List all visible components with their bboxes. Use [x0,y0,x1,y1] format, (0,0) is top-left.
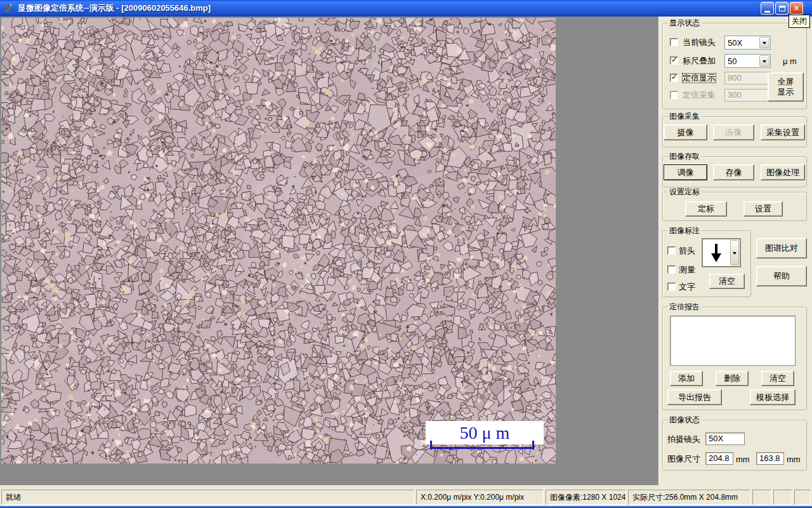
combo-current-lens-value: 50X [728,38,742,48]
workspace: 50 μ m [0,17,658,485]
label-fixed-capture: 定倍采集 [683,91,716,100]
input-fixed-capture: 300 [724,89,771,102]
down-arrow-icon [709,243,723,265]
calibration-settings-button[interactable]: 设置 [743,201,783,217]
minimize-icon [764,11,770,13]
close-tooltip: 关闭 [789,15,810,28]
fullscreen-button-label: 全屏显示 [776,77,796,97]
window-title: 显微图像定倍系统--演示版 - [20090602055646.bmp] [18,3,211,14]
scalebar-overlay: 50 μ m [426,421,544,444]
input-image-height[interactable]: 163.8 [756,452,784,465]
group-calibration: 设置定标 [662,192,807,221]
label-measure: 测量 [679,265,695,274]
label-unit-mm-1: mm [736,455,750,464]
chevron-down-icon [733,252,737,257]
group-display-status-label: 显示状态 [667,18,702,27]
annotation-clear-button[interactable]: 清空 [709,274,745,289]
status-bar: 就绪 X:0.200μ m/pix Y:0.200μ m/pix 图像像素:12… [0,485,812,506]
label-text: 文字 [679,283,695,291]
help-button[interactable]: 帮助 [756,266,807,286]
scalebar-label: 50 μ m [460,423,510,443]
group-calibration-label: 设置定标 [667,187,702,196]
group-image-capture-label: 图像采集 [667,112,702,121]
export-report-button[interactable]: 导出报告 [667,389,722,405]
template-select-button[interactable]: 模板选择 [750,389,796,405]
scalebar-line [430,447,534,449]
scalebar-tick-left [430,441,432,450]
label-current-lens: 当前镜头 [683,38,716,47]
status-spacer-3 [794,490,811,505]
chevron-down-icon [763,60,766,65]
application-window: 显微图像定倍系统--演示版 - [20090602055646.bmp] ✕ 关… [0,0,812,508]
checkbox-fixed-display[interactable] [670,74,678,82]
report-listbox[interactable] [670,316,796,366]
label-ruler-overlay: 标尺叠加 [683,57,716,65]
report-delete-button[interactable]: 删除 [716,371,749,386]
status-spacer-1 [752,490,771,505]
capture-settings-button[interactable]: 采集设置 [761,124,805,140]
label-fixed-display: 定倍显示 [683,74,716,83]
combo-current-lens[interactable]: 50X [724,36,771,50]
checkbox-measure[interactable] [667,265,676,274]
checkbox-ruler-overlay[interactable] [670,57,678,65]
save-image-button[interactable]: 存像 [713,164,754,180]
calibrate-button[interactable]: 定标 [685,201,727,217]
status-actual-size: 实际尺寸:256.0mm X 204.8mm [628,490,750,505]
minimize-button[interactable] [761,2,774,15]
scalebar-tick-right [532,441,534,450]
combo-ruler-value[interactable]: 50 [724,54,771,68]
checkbox-arrow[interactable] [667,246,676,255]
arrow-style-dropdown[interactable] [730,240,739,265]
group-report-label: 定倍报告 [667,302,702,311]
shoot-button[interactable]: 摄像 [664,124,707,140]
report-add-button[interactable]: 添加 [670,371,703,386]
combo-ruler-arrow[interactable] [759,55,769,67]
label-ruler-unit: μ m [783,57,797,66]
micrograph-container: 50 μ m [1,18,556,464]
checkbox-text[interactable] [667,283,676,291]
combo-ruler-value-text: 50 [728,57,737,66]
arrow-style-selector[interactable] [702,238,741,267]
label-image-size: 图像尺寸 [667,455,700,464]
combo-current-lens-arrow[interactable] [759,37,769,48]
close-button[interactable]: ✕ [790,2,803,15]
group-image-storage-label: 图像存取 [667,152,702,161]
close-icon: ✕ [793,4,799,12]
fullscreen-button[interactable]: 全屏显示 [768,72,804,102]
input-shoot-lens[interactable]: 50X [705,432,745,445]
title-bar[interactable]: 显微图像定倍系统--演示版 - [20090602055646.bmp] ✕ [0,0,812,17]
app-icon [3,3,15,14]
restore-button[interactable] [775,2,789,15]
input-fixed-display: 800 [724,72,771,84]
status-pixel-scale: X:0.200μ m/pix Y:0.200μ m/pix [416,490,544,505]
load-image-button[interactable]: 调像 [664,164,707,180]
status-image-pixels: 图像像素:1280 X 1024 [546,490,626,505]
chevron-down-icon [763,42,766,46]
label-shoot-lens: 拍摄镜头 [667,435,700,444]
freeze-button: 冻像 [713,124,754,140]
label-arrow: 箭头 [679,246,695,255]
group-annotation-label: 图像标注 [667,226,702,235]
input-image-width[interactable]: 204.8 [705,452,733,465]
checkbox-current-lens[interactable] [670,38,678,46]
report-clear-button[interactable]: 清空 [761,371,794,386]
label-unit-mm-2: mm [787,455,801,464]
group-image-status-label: 图像状态 [667,415,702,424]
status-spacer-2 [773,490,792,505]
restore-icon [779,6,785,11]
status-ready: 就绪 [1,490,414,505]
checkbox-fixed-capture [670,91,678,99]
image-process-button[interactable]: 图像处理 [761,164,805,180]
atlas-compare-button[interactable]: 图谱比对 [756,238,807,258]
micrograph-image [1,18,556,464]
